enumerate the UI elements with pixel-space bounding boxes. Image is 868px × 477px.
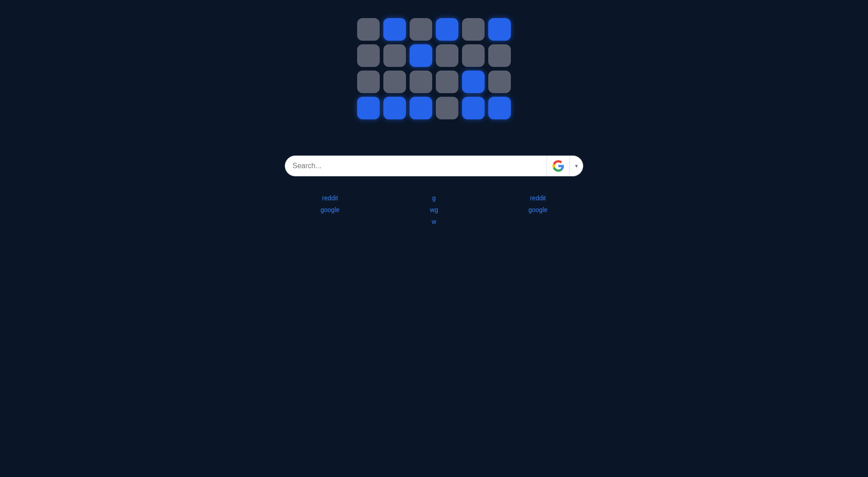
links-column-center: g wg w bbox=[430, 194, 438, 225]
google-g-icon bbox=[552, 160, 565, 172]
link-google-right[interactable]: google bbox=[528, 206, 547, 213]
link-wg-center[interactable]: wg bbox=[430, 206, 438, 213]
logo-dot bbox=[488, 71, 511, 93]
link-google-left[interactable]: google bbox=[321, 206, 340, 213]
logo-dot bbox=[488, 44, 511, 67]
logo-dot bbox=[488, 18, 511, 41]
logo-dot bbox=[462, 44, 485, 67]
logo-dot bbox=[410, 44, 432, 67]
logo-dot bbox=[383, 18, 406, 41]
links-column-right: reddit google bbox=[528, 194, 547, 225]
logo-dot bbox=[436, 44, 458, 67]
logo-dot bbox=[383, 97, 406, 119]
link-reddit-right[interactable]: reddit bbox=[530, 194, 546, 202]
logo-dot bbox=[383, 44, 406, 67]
logo-dot bbox=[488, 97, 511, 119]
search-container: ▾ bbox=[285, 156, 583, 176]
search-input[interactable] bbox=[292, 162, 539, 170]
logo-dot bbox=[410, 97, 432, 119]
link-w-center[interactable]: w bbox=[432, 218, 436, 225]
link-g-center[interactable]: g bbox=[432, 194, 436, 202]
link-reddit-left[interactable]: reddit bbox=[322, 194, 338, 202]
logo-dot bbox=[462, 71, 485, 93]
links-column-left: reddit google bbox=[321, 194, 340, 225]
google-search-button[interactable] bbox=[547, 156, 570, 176]
logo-dot bbox=[357, 97, 380, 119]
logo-grid bbox=[357, 18, 511, 119]
logo-dot bbox=[436, 97, 458, 119]
logo-dot bbox=[436, 71, 458, 93]
logo-dot bbox=[462, 18, 485, 41]
logo-dot bbox=[410, 71, 432, 93]
page-wrapper: ▾ reddit google g wg w reddit google bbox=[0, 18, 868, 225]
search-engine-dropdown[interactable]: ▾ bbox=[570, 156, 583, 176]
logo-dot bbox=[357, 44, 380, 67]
logo-dot bbox=[436, 18, 458, 41]
logo-dot bbox=[357, 71, 380, 93]
logo-dot bbox=[383, 71, 406, 93]
logo-dot bbox=[462, 97, 485, 119]
logo-dot bbox=[410, 18, 432, 41]
logo-dot bbox=[357, 18, 380, 41]
links-section: reddit google g wg w reddit google bbox=[276, 194, 592, 225]
search-input-wrapper bbox=[285, 156, 547, 176]
